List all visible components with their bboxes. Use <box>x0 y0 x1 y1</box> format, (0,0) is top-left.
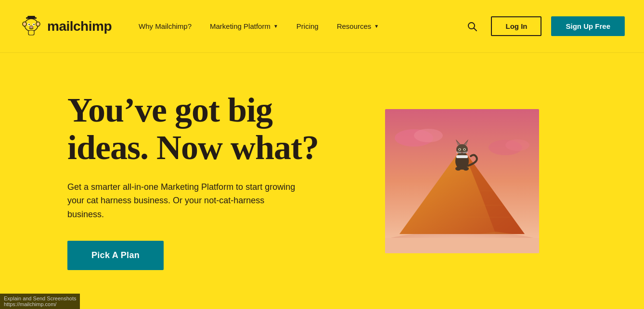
svg-point-21 <box>505 139 529 151</box>
nav-item-why-mailchimp[interactable]: Why Mailchimp? <box>131 18 199 34</box>
hero-title: You’ve got big ideas. Now what? <box>67 92 356 167</box>
hero-section: You’ve got big ideas. Now what? Get a sm… <box>0 53 644 309</box>
logo-link[interactable]: mailchimp <box>19 14 112 38</box>
svg-point-40 <box>464 148 465 150</box>
header-actions: Log In Sign Up Free <box>463 16 625 36</box>
svg-rect-23 <box>385 238 539 253</box>
svg-point-12 <box>30 26 31 26</box>
hero-illustration <box>385 109 539 253</box>
main-nav: Why Mailchimp? Marketing Platform ▼ Pric… <box>131 18 464 34</box>
svg-point-4 <box>37 23 39 25</box>
status-bar-url[interactable]: https://mailchimp.com/ <box>4 301 56 307</box>
search-button[interactable] <box>463 17 481 36</box>
svg-point-10 <box>33 24 35 25</box>
svg-rect-14 <box>28 30 34 35</box>
svg-point-13 <box>31 26 32 26</box>
svg-point-48 <box>463 167 469 171</box>
svg-rect-6 <box>27 16 35 19</box>
svg-point-3 <box>24 23 26 25</box>
nav-item-resources[interactable]: Resources ▼ <box>329 18 387 34</box>
svg-point-47 <box>455 167 461 171</box>
hero-content: You’ve got big ideas. Now what? Get a sm… <box>67 92 356 270</box>
nav-item-pricing[interactable]: Pricing <box>289 18 326 34</box>
chevron-down-icon: ▼ <box>273 24 278 29</box>
status-bar: Explain and Send Screenshots https://mai… <box>0 294 80 309</box>
svg-point-9 <box>28 24 30 25</box>
svg-line-16 <box>474 28 477 31</box>
site-header: mailchimp Why Mailchimp? Marketing Platf… <box>0 0 644 53</box>
nav-item-marketing-platform[interactable]: Marketing Platform ▼ <box>202 18 286 34</box>
search-icon <box>467 21 477 32</box>
hero-subtitle: Get a smarter all-in-one Marketing Platf… <box>67 180 298 222</box>
login-button[interactable]: Log In <box>491 16 541 36</box>
svg-point-32 <box>456 144 468 155</box>
mailchimp-logo-icon <box>19 14 43 38</box>
svg-point-39 <box>459 148 460 150</box>
svg-point-19 <box>414 129 443 142</box>
svg-rect-46 <box>456 155 468 158</box>
chevron-down-icon: ▼ <box>374 24 379 29</box>
pick-a-plan-button[interactable]: Pick A Plan <box>67 241 164 270</box>
signup-button[interactable]: Sign Up Free <box>551 16 625 36</box>
hero-image <box>385 109 539 253</box>
logo-text: mailchimp <box>47 19 112 34</box>
svg-point-11 <box>30 25 33 28</box>
